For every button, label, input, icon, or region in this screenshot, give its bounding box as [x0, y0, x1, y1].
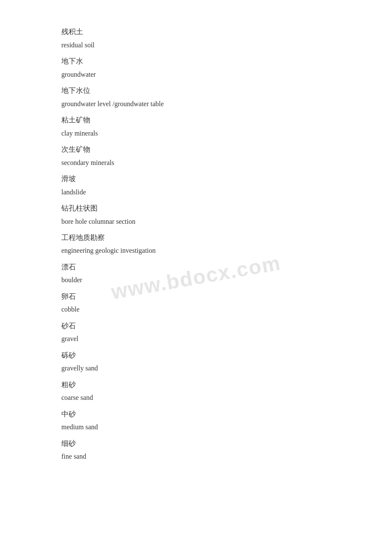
chinese-term: 地下水 [61, 55, 392, 68]
term-pair: 地下水groundwater [61, 55, 392, 81]
chinese-term: 地下水位 [61, 84, 392, 98]
english-term: residual soil [61, 39, 392, 52]
term-pair: 卵石cobble [61, 290, 392, 316]
english-term: boulder [61, 274, 392, 286]
term-pair: 漂石boulder [61, 261, 392, 287]
term-pair: 粗砂coarse sand [61, 379, 392, 405]
chinese-term: 细砂 [61, 437, 392, 451]
term-pair: 钻孔柱状图bore hole columnar section [61, 202, 392, 228]
content-area: 残积土residual soil地下水groundwater地下水位ground… [0, 0, 392, 492]
term-pair: 滑坡landslide [61, 173, 392, 199]
english-term: landslide [61, 186, 392, 199]
term-pair: 细砂fine sand [61, 437, 392, 463]
english-term: groundwater [61, 68, 392, 81]
english-term: gravelly sand [61, 362, 392, 375]
english-term: gravel [61, 332, 392, 345]
chinese-term: 残积土 [61, 26, 392, 39]
chinese-term: 粘土矿物 [61, 114, 392, 127]
chinese-term: 砂石 [61, 320, 392, 333]
chinese-term: 中砂 [61, 408, 392, 421]
chinese-term: 滑坡 [61, 173, 392, 186]
english-term: coarse sand [61, 391, 392, 404]
term-pair: 次生矿物secondary minerals [61, 143, 392, 169]
chinese-term: 卵石 [61, 290, 392, 304]
term-pair: 中砂medium sand [61, 408, 392, 434]
chinese-term: 钻孔柱状图 [61, 202, 392, 215]
chinese-term: 漂石 [61, 261, 392, 274]
chinese-term: 工程地质勘察 [61, 231, 392, 245]
english-term: secondary minerals [61, 156, 392, 169]
term-pair: 地下水位groundwater level /groundwater table [61, 84, 392, 110]
term-pair: 粘土矿物clay minerals [61, 114, 392, 140]
term-pair: 残积土residual soil [61, 26, 392, 52]
chinese-term: 次生矿物 [61, 143, 392, 156]
term-pair: 砂石gravel [61, 320, 392, 346]
english-term: bore hole columnar section [61, 215, 392, 228]
english-term: fine sand [61, 450, 392, 463]
chinese-term: 粗砂 [61, 379, 392, 392]
english-term: groundwater level /groundwater table [61, 98, 392, 110]
term-pair: 砾砂gravelly sand [61, 349, 392, 375]
term-pair: 工程地质勘察engineering geologic investigation [61, 231, 392, 257]
chinese-term: 砾砂 [61, 349, 392, 362]
english-term: clay minerals [61, 127, 392, 140]
english-term: engineering geologic investigation [61, 244, 392, 257]
english-term: medium sand [61, 421, 392, 434]
english-term: cobble [61, 303, 392, 316]
